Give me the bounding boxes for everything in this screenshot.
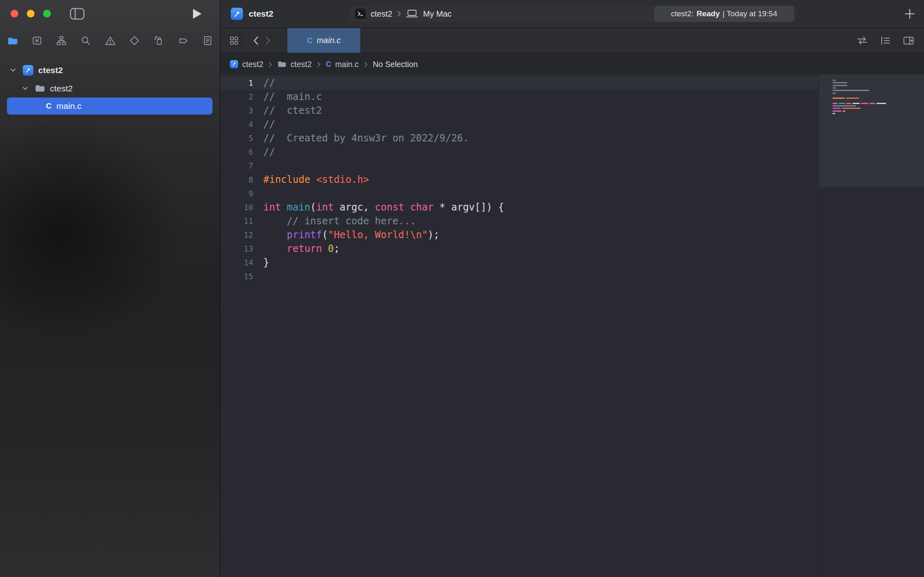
library-add-plus-icon[interactable] xyxy=(904,9,915,19)
code-line[interactable]: 7 xyxy=(220,159,818,173)
tree-item-project-ctest2[interactable]: ctest2 xyxy=(0,61,220,79)
breadcrumb-label: ctest2 xyxy=(291,60,312,69)
code-line[interactable]: 1// xyxy=(220,76,818,90)
code-text: // ctest2 xyxy=(263,104,322,117)
breadcrumb-project[interactable]: ctest2 xyxy=(230,60,263,69)
code-lines: 1//2// main.c3// ctest24//5// Created by… xyxy=(220,76,818,283)
minimap-lines xyxy=(819,74,924,577)
tree-item-file-main-c[interactable]: C main.c xyxy=(7,98,213,115)
tree-item-group-ctest2[interactable]: ctest2 xyxy=(0,79,220,98)
toolbar-project-title: ctest2 xyxy=(249,9,273,19)
symbol-navigator-icon[interactable] xyxy=(55,35,67,47)
breadcrumb-group[interactable]: ctest2 xyxy=(278,60,312,69)
project-navigator-folder-icon[interactable] xyxy=(7,35,19,47)
code-line[interactable]: 11 // insert code here... xyxy=(220,214,818,228)
c-file-icon: C xyxy=(326,60,331,69)
code-text: return 0; xyxy=(263,242,340,256)
scheme-and-status-bar: ctest2 My Mac ctest2: Ready | Today at 1… xyxy=(349,6,796,22)
code-line[interactable]: 10int main(int argc, const char * argv[]… xyxy=(220,200,818,214)
code-review-icon[interactable] xyxy=(857,36,868,45)
line-number: 7 xyxy=(220,159,253,173)
forward-chevron-icon[interactable] xyxy=(265,36,271,45)
scheme-destination: My Mac xyxy=(423,9,451,19)
code-text: // xyxy=(263,117,275,131)
breadcrumb-label: No Selection xyxy=(373,60,418,69)
main-content: ctest2 ctest2 My Mac ctest2: xyxy=(220,0,924,577)
activity-status: ctest2: Ready | Today at 19:54 xyxy=(654,6,794,22)
laptop-destination-icon xyxy=(406,9,418,18)
breadcrumb-label: main.c xyxy=(335,60,358,69)
c-file-icon: C xyxy=(46,102,52,111)
tree-item-label: ctest2 xyxy=(50,84,73,93)
c-file-icon: C xyxy=(307,36,313,45)
folder-icon xyxy=(35,84,45,93)
editor-options-icon[interactable] xyxy=(880,36,891,46)
code-text: #include <stdio.h> xyxy=(263,173,369,187)
source-control-navigator-icon[interactable] xyxy=(31,35,43,47)
back-chevron-icon[interactable] xyxy=(253,36,258,45)
report-navigator-icon[interactable] xyxy=(202,35,214,47)
related-items-grid-icon[interactable] xyxy=(229,36,239,46)
test-navigator-icon[interactable] xyxy=(128,35,141,47)
disclosure-chevron-icon[interactable] xyxy=(10,68,16,72)
editor-tab-main-c[interactable]: C main.c xyxy=(287,28,361,53)
line-number: 15 xyxy=(220,269,253,283)
xcode-project-icon xyxy=(230,60,238,68)
status-time: | Today at 19:54 xyxy=(722,9,777,18)
debug-navigator-icon[interactable] xyxy=(153,35,165,47)
jump-bar: ctest2 ctest2 C main.c No Se xyxy=(220,53,924,76)
tab-bar-right-controls xyxy=(857,28,924,53)
line-number: 6 xyxy=(220,145,253,159)
sidebar-toggle-icon[interactable] xyxy=(70,8,85,20)
code-line[interactable]: 3// ctest2 xyxy=(220,104,818,117)
xcode-project-icon xyxy=(23,65,33,76)
code-line[interactable]: 4// xyxy=(220,117,818,131)
scheme-name: ctest2 xyxy=(371,9,392,19)
line-number: 5 xyxy=(220,131,253,145)
tree-item-label: ctest2 xyxy=(38,65,63,75)
code-line[interactable]: 5// Created by 4nsw3r on 2022/9/26. xyxy=(220,131,818,145)
status-state: Ready xyxy=(696,9,720,18)
toolbar: ctest2 ctest2 My Mac ctest2: xyxy=(220,0,924,28)
code-line[interactable]: 14} xyxy=(220,256,818,269)
code-line[interactable]: 12 printf("Hello, World!\n"); xyxy=(220,228,818,242)
code-line[interactable]: 13 return 0; xyxy=(220,242,818,256)
code-text: // xyxy=(263,76,275,90)
source-editor[interactable]: 1//2// main.c3// ctest24//5// Created by… xyxy=(220,74,924,577)
line-number: 14 xyxy=(220,256,253,269)
minimap[interactable] xyxy=(818,74,924,577)
code-line[interactable]: 2// main.c xyxy=(220,90,818,104)
code-text: } xyxy=(263,256,269,269)
xcode-app-icon xyxy=(231,8,243,20)
line-number: 12 xyxy=(220,228,253,242)
close-window-button[interactable] xyxy=(11,10,18,17)
breadcrumb-selection[interactable]: No Selection xyxy=(373,60,418,69)
zoom-window-button[interactable] xyxy=(43,10,51,17)
navigator-sidebar: ctest2 ctest2 C main.c xyxy=(0,0,220,577)
line-number: 1 xyxy=(220,76,253,90)
code-line[interactable]: 8#include <stdio.h> xyxy=(220,173,818,187)
sidebar-toolbar xyxy=(0,0,220,28)
find-navigator-icon[interactable] xyxy=(80,35,92,47)
breadcrumb-file[interactable]: C main.c xyxy=(326,60,358,69)
line-number: 2 xyxy=(220,90,253,104)
line-number: 9 xyxy=(220,187,253,200)
code-line[interactable]: 9 xyxy=(220,187,818,200)
code-text: // xyxy=(263,145,275,159)
line-number: 10 xyxy=(220,200,253,214)
disclosure-chevron-icon[interactable] xyxy=(22,87,28,90)
code-line[interactable]: 15 xyxy=(220,269,818,283)
code-text: printf("Hello, World!\n"); xyxy=(263,228,440,242)
terminal-scheme-icon xyxy=(355,9,366,19)
add-editor-icon[interactable] xyxy=(903,36,914,46)
tab-bar-left-controls xyxy=(220,28,271,53)
run-play-icon[interactable] xyxy=(192,8,202,20)
issue-navigator-icon[interactable] xyxy=(104,35,116,47)
scheme-selector[interactable]: ctest2 My Mac xyxy=(349,9,451,19)
code-line[interactable]: 6// xyxy=(220,145,818,159)
minimize-window-button[interactable] xyxy=(27,10,35,17)
divider xyxy=(246,35,246,46)
code-text: // Created by 4nsw3r on 2022/9/26. xyxy=(263,131,469,145)
breadcrumb-label: ctest2 xyxy=(242,60,263,69)
breakpoint-navigator-icon[interactable] xyxy=(177,35,189,47)
